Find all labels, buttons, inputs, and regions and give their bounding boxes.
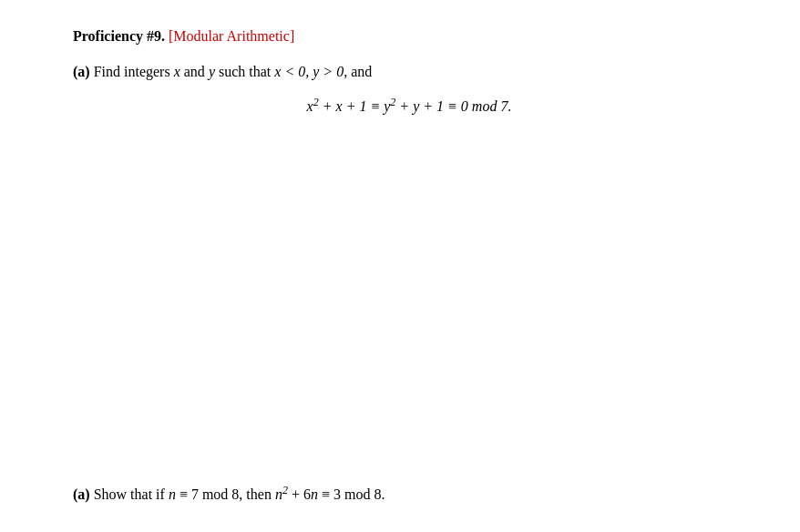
and1-text: and — [184, 64, 205, 79]
bottom-var-n: n — [169, 486, 176, 502]
bottom-text: Show that if — [94, 486, 165, 502]
bottom-part-label: (a) — [73, 486, 90, 502]
math-equation: x2 + x + 1 ≡ y2 + y + 1 ≡ 0 mod 7. — [73, 98, 745, 115]
part-a-label: (a) — [73, 64, 90, 79]
instruction-text: Find integers — [94, 64, 170, 79]
problem-topic: [Modular Arithmetic] — [169, 28, 294, 44]
equation-lhs: x2 + x + 1 ≡ y2 + y + 1 ≡ 0 mod 7. — [307, 98, 512, 114]
part-a-instruction: (a) Find integers x and y such that x < … — [73, 60, 745, 84]
bottom-equiv: ≡ 7 mod 8, then — [179, 486, 272, 502]
x-condition: x < 0, — [274, 64, 309, 79]
problem-header: Proficiency #9. [Modular Arithmetic] — [73, 26, 745, 47]
bottom-n2: n2 — [275, 486, 288, 502]
page: Proficiency #9. [Modular Arithmetic] (a)… — [0, 0, 800, 532]
y-condition: y > 0, — [313, 64, 347, 79]
and2-text: and — [351, 64, 372, 79]
var-y: y — [209, 64, 215, 79]
var-x: x — [174, 64, 180, 79]
problem-number: Proficiency #9. — [73, 28, 165, 44]
bottom-part-a: (a) Show that if n ≡ 7 mod 8, then n2 + … — [73, 483, 745, 506]
bottom-result: + 6n ≡ 3 mod 8. — [292, 486, 385, 502]
condition-text: such that — [219, 64, 271, 79]
